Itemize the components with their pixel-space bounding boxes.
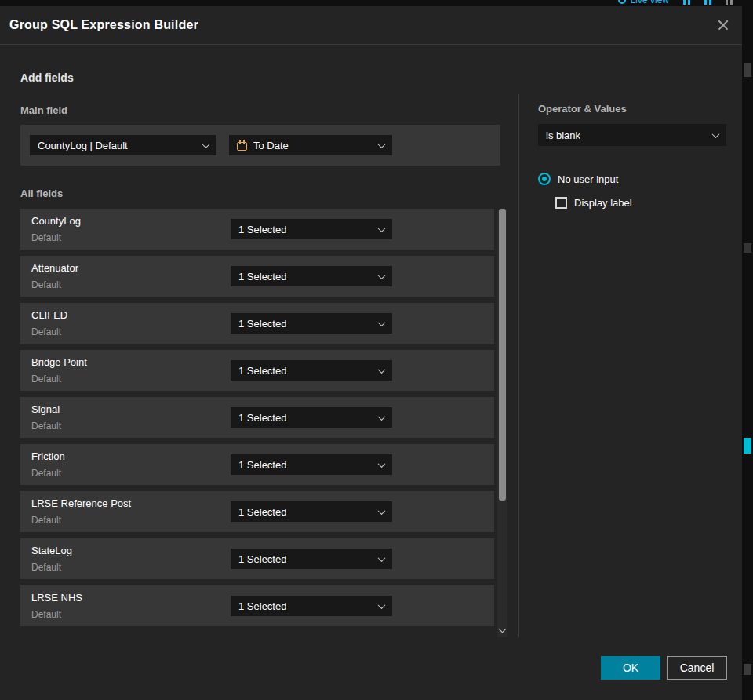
- no-user-input-label: No user input: [558, 173, 618, 185]
- no-user-input-radio[interactable]: No user input: [538, 173, 618, 185]
- field-selection-value: 1 Selected: [238, 271, 286, 283]
- panel-toggle-icon[interactable]: [683, 0, 690, 5]
- chevron-down-icon: [712, 130, 720, 138]
- field-name: CLIFED: [31, 309, 67, 321]
- chevron-down-icon: [202, 140, 210, 148]
- column-divider: [518, 94, 519, 637]
- field-selection-value: 1 Selected: [238, 553, 286, 565]
- field-selection-dropdown[interactable]: 1 Selected: [231, 266, 392, 286]
- operator-dropdown[interactable]: is blank: [538, 124, 726, 146]
- field-selection-value: 1 Selected: [238, 459, 286, 471]
- field-subtitle: Default: [31, 468, 61, 479]
- radio-selected-icon: [538, 173, 551, 185]
- main-field-dropdown-value: CountyLog | Default: [38, 140, 128, 151]
- field-selection-dropdown[interactable]: 1 Selected: [231, 549, 392, 569]
- chevron-down-icon: [378, 507, 386, 515]
- main-field-dropdown[interactable]: CountyLog | Default: [30, 135, 216, 155]
- field-name: CountyLog: [31, 215, 81, 227]
- scrollbar-down-arrow-icon[interactable]: [499, 625, 507, 633]
- main-field-label: Main field: [20, 104, 67, 116]
- field-subtitle: Default: [31, 279, 61, 290]
- section-title-add-fields: Add fields: [20, 71, 74, 84]
- field-name: LRSE Reference Post: [31, 498, 131, 509]
- list-scrollbar[interactable]: [497, 209, 507, 637]
- field-subtitle: Default: [31, 562, 61, 573]
- field-subtitle: Default: [31, 421, 61, 432]
- live-view-toggle[interactable]: Live view: [618, 0, 669, 5]
- field-selection-value: 1 Selected: [238, 412, 286, 424]
- main-field-panel: CountyLog | Default To Date: [20, 125, 500, 166]
- field-selection-dropdown[interactable]: 1 Selected: [231, 360, 392, 381]
- ok-button[interactable]: OK: [601, 656, 660, 680]
- background-top-strip: Live view: [0, 0, 753, 6]
- panel-toggle-icon[interactable]: [726, 0, 733, 5]
- cancel-button[interactable]: Cancel: [667, 656, 727, 680]
- chevron-down-icon: [378, 554, 386, 562]
- chevron-down-icon: [378, 366, 386, 374]
- field-name: StateLog: [31, 545, 72, 556]
- operator-dropdown-value: is blank: [546, 129, 580, 141]
- all-fields-list: CountyLog Default 1 Selected Attenuator …: [20, 209, 494, 633]
- field-name: Signal: [31, 403, 60, 415]
- date-field-dropdown-value: To Date: [253, 140, 289, 151]
- field-name: Attenuator: [31, 262, 78, 274]
- date-field-dropdown[interactable]: To Date: [229, 135, 392, 155]
- field-row: Bridge Point Default 1 Selected: [20, 350, 494, 391]
- field-name: Bridge Point: [31, 356, 87, 368]
- field-row: Signal Default 1 Selected: [20, 397, 494, 438]
- chevron-down-icon: [378, 413, 386, 421]
- field-selection-value: 1 Selected: [238, 506, 286, 518]
- field-selection-dropdown[interactable]: 1 Selected: [231, 407, 392, 428]
- background-partial-ui: [744, 243, 751, 253]
- field-selection-value: 1 Selected: [238, 600, 286, 612]
- panel-toggle-icon[interactable]: [704, 0, 711, 5]
- chevron-down-icon: [378, 460, 386, 468]
- field-name: Friction: [31, 450, 65, 462]
- field-name: LRSE NHS: [31, 592, 82, 603]
- background-partial-ui: [744, 63, 751, 77]
- field-subtitle: Default: [31, 232, 61, 243]
- chevron-down-icon: [378, 272, 386, 279]
- checkbox-unchecked-icon: [555, 197, 567, 209]
- field-subtitle: Default: [31, 609, 61, 620]
- operator-values-label: Operator & Values: [538, 103, 627, 115]
- chevron-down-icon: [378, 224, 386, 232]
- field-selection-value: 1 Selected: [238, 365, 286, 377]
- field-row: CLIFED Default 1 Selected: [20, 303, 494, 344]
- field-subtitle: Default: [31, 374, 61, 385]
- field-row: Friction Default 1 Selected: [20, 444, 494, 485]
- display-label-text: Display label: [574, 197, 632, 209]
- live-view-icon: [618, 0, 626, 4]
- live-view-label: Live view: [631, 0, 669, 5]
- field-row: LRSE Reference Post Default 1 Selected: [20, 491, 494, 532]
- chevron-down-icon: [378, 140, 386, 148]
- scrollbar-thumb[interactable]: [499, 209, 506, 501]
- field-row: Attenuator Default 1 Selected: [20, 256, 494, 297]
- dialog-title: Group SQL Expression Builder: [9, 18, 198, 32]
- display-label-checkbox[interactable]: Display label: [555, 197, 632, 209]
- dialog-header: Group SQL Expression Builder: [0, 6, 742, 45]
- calendar-icon: [237, 140, 247, 151]
- background-partial-ui: [744, 438, 751, 454]
- field-selection-dropdown[interactable]: 1 Selected: [231, 313, 392, 334]
- field-row: LRSE NHS Default 1 Selected: [20, 585, 494, 626]
- chevron-down-icon: [378, 601, 386, 609]
- group-sql-expression-builder-dialog: Group SQL Expression Builder Add fields …: [0, 6, 742, 700]
- field-subtitle: Default: [31, 515, 61, 526]
- all-fields-label: All fields: [20, 188, 63, 199]
- field-selection-dropdown[interactable]: 1 Selected: [231, 501, 392, 522]
- field-selection-value: 1 Selected: [238, 224, 286, 235]
- chevron-down-icon: [378, 319, 386, 326]
- field-selection-dropdown[interactable]: 1 Selected: [231, 454, 392, 475]
- field-selection-dropdown[interactable]: 1 Selected: [231, 596, 392, 616]
- close-icon[interactable]: [715, 17, 731, 33]
- field-subtitle: Default: [31, 326, 61, 337]
- background-right-strip: [742, 0, 753, 700]
- field-row: StateLog Default 1 Selected: [20, 538, 494, 579]
- field-selection-dropdown[interactable]: 1 Selected: [231, 219, 392, 239]
- field-row: CountyLog Default 1 Selected: [20, 209, 494, 250]
- background-partial-ui: [744, 664, 751, 675]
- field-selection-value: 1 Selected: [238, 318, 286, 330]
